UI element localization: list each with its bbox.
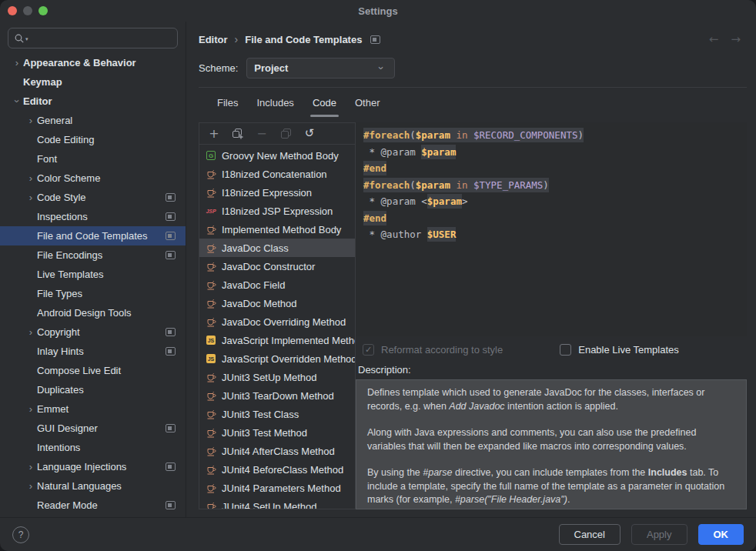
tab-files[interactable]: Files bbox=[208, 88, 247, 118]
description-paragraph: Along with Java expressions and comments… bbox=[367, 426, 735, 453]
live-templates-checkbox-icon[interactable] bbox=[560, 344, 571, 356]
sidebar-item-copyright[interactable]: ›Copyright bbox=[0, 322, 186, 342]
template-item-junit3-test-class[interactable]: JUnit3 Test Class bbox=[199, 405, 355, 423]
template-item-javadoc-field[interactable]: JavaDoc Field bbox=[199, 276, 355, 294]
remove-icon[interactable]: − bbox=[256, 128, 268, 140]
chevron-down-icon[interactable]: › bbox=[12, 95, 22, 108]
back-arrow-icon[interactable]: ← bbox=[709, 32, 719, 46]
description-paragraph: By using the #parse directive, you can i… bbox=[367, 466, 735, 507]
template-item-javadoc-class[interactable]: JavaDoc Class bbox=[199, 239, 355, 257]
sidebar-item-file-and-code-templates[interactable]: File and Code Templates bbox=[0, 226, 186, 245]
template-item-junit4-beforeclass-method[interactable]: JUnit4 BeforeClass Method bbox=[199, 460, 355, 479]
template-item-i18nized-expression[interactable]: I18nized Expression bbox=[199, 183, 355, 202]
screen-badge-icon bbox=[166, 463, 176, 471]
sidebar-item-general[interactable]: ›General bbox=[0, 111, 186, 130]
template-item-junit3-teardown-method[interactable]: JUnit3 TearDown Method bbox=[199, 386, 355, 405]
chevron-right-icon[interactable]: › bbox=[25, 481, 37, 491]
reset-icon[interactable]: ↺ bbox=[303, 128, 316, 140]
sidebar-item-file-encodings[interactable]: File Encodings bbox=[0, 245, 186, 265]
sidebar-item-intentions[interactable]: Intentions bbox=[0, 438, 186, 457]
sidebar-item-editor[interactable]: ›Editor bbox=[0, 92, 186, 111]
breadcrumb-editor[interactable]: Editor bbox=[199, 34, 228, 45]
template-item-javadoc-overriding-method[interactable]: JavaDoc Overriding Method bbox=[199, 312, 355, 331]
chevron-right-icon[interactable]: › bbox=[25, 327, 37, 337]
minimize-window-icon[interactable] bbox=[23, 6, 32, 15]
java-class-icon bbox=[205, 299, 217, 309]
sidebar-item-inspections[interactable]: Inspections bbox=[0, 207, 186, 226]
sidebar-item-android-design-tools[interactable]: Android Design Tools bbox=[0, 303, 186, 322]
sidebar-item-label: Compose Live Edit bbox=[37, 365, 176, 376]
chevron-right-icon[interactable]: › bbox=[25, 404, 37, 414]
help-button[interactable]: ? bbox=[12, 526, 29, 543]
code-line: #end bbox=[363, 160, 739, 177]
template-item-implemented-method-body[interactable]: Implemented Method Body bbox=[199, 220, 355, 239]
template-item-label: JavaDoc Overriding Method bbox=[222, 316, 346, 328]
chevron-right-icon[interactable]: › bbox=[25, 173, 37, 183]
java-class-icon bbox=[205, 188, 217, 198]
chevron-right-icon[interactable]: › bbox=[25, 115, 37, 125]
sidebar-item-gui-designer[interactable]: GUI Designer bbox=[0, 419, 186, 438]
reformat-option[interactable]: ✓ Reformat according to style bbox=[363, 344, 503, 356]
template-item-junit4-setup-method[interactable]: JUnit4 SetUp Method bbox=[199, 497, 355, 509]
cancel-button[interactable]: Cancel bbox=[559, 524, 621, 545]
sidebar-item-reader-mode[interactable]: Reader Mode bbox=[0, 496, 186, 515]
zoom-window-icon[interactable] bbox=[38, 6, 48, 15]
code-line: * @author $USER bbox=[363, 226, 739, 243]
template-item-javascript-implemented-method-body[interactable]: JSJavaScript Implemented Method Body bbox=[199, 331, 355, 349]
scheme-select[interactable]: Project › bbox=[246, 58, 395, 78]
sidebar-item-duplicates[interactable]: Duplicates bbox=[0, 380, 186, 399]
template-item-label: JavaScript Implemented Method Body bbox=[222, 335, 355, 346]
sidebar-item-file-types[interactable]: File Types bbox=[0, 284, 186, 303]
chevron-right-icon[interactable]: › bbox=[25, 192, 37, 202]
forward-arrow-icon[interactable]: → bbox=[731, 32, 741, 46]
template-item-groovy-new-method-body[interactable]: GGroovy New Method Body bbox=[199, 146, 355, 165]
reformat-checkbox-icon[interactable]: ✓ bbox=[363, 344, 374, 356]
close-window-icon[interactable] bbox=[8, 6, 17, 15]
template-item-javascript-overridden-method-body[interactable]: JSJavaScript Overridden Method Body bbox=[199, 349, 355, 368]
chevron-right-icon[interactable]: › bbox=[11, 58, 23, 68]
chevron-right-icon[interactable]: › bbox=[25, 462, 37, 472]
tab-code[interactable]: Code bbox=[303, 88, 346, 118]
template-item-junit3-setup-method[interactable]: JUnit3 SetUp Method bbox=[199, 368, 355, 386]
sidebar-item-label: File Types bbox=[37, 288, 176, 299]
tab-includes[interactable]: Includes bbox=[247, 88, 303, 118]
template-item-junit3-test-method[interactable]: JUnit3 Test Method bbox=[199, 423, 355, 442]
search-options-caret-icon[interactable]: ▾ bbox=[25, 36, 28, 42]
sidebar-item-appearance-behavior[interactable]: ›Appearance & Behavior bbox=[0, 53, 186, 72]
sidebar-item-natural-languages[interactable]: ›Natural Languages bbox=[0, 476, 186, 496]
tab-other[interactable]: Other bbox=[346, 88, 390, 118]
sidebar-item-language-injections[interactable]: ›Language Injections bbox=[0, 457, 186, 476]
template-item-label: JUnit3 Test Class bbox=[222, 409, 299, 420]
sidebar-item-font[interactable]: Font bbox=[0, 149, 186, 169]
live-templates-option[interactable]: Enable Live Templates bbox=[560, 344, 679, 356]
sidebar-item-label: Appearance & Behavior bbox=[23, 57, 176, 68]
template-code-editor[interactable]: #foreach($param in $RECORD_COMPONENTS) *… bbox=[356, 122, 747, 336]
add-icon[interactable]: + bbox=[208, 128, 220, 140]
sidebar-item-emmet[interactable]: ›Emmet bbox=[0, 399, 186, 419]
duplicate-icon[interactable] bbox=[232, 128, 244, 140]
template-item-javadoc-constructor[interactable]: JavaDoc Constructor bbox=[199, 257, 355, 276]
sidebar-item-code-style[interactable]: ›Code Style bbox=[0, 188, 186, 207]
copy-icon[interactable] bbox=[279, 128, 292, 140]
sidebar-item-inlay-hints[interactable]: Inlay Hints bbox=[0, 342, 186, 361]
footer-bar: ? Cancel Apply OK bbox=[0, 517, 756, 551]
template-item-junit4-parameters-method[interactable]: JUnit4 Parameters Method bbox=[199, 479, 355, 497]
sidebar-item-compose-live-edit[interactable]: Compose Live Edit bbox=[0, 361, 186, 380]
sidebar-item-label: Language Injections bbox=[37, 461, 159, 473]
scheme-value: Project bbox=[254, 62, 375, 74]
template-item-i18nized-jsp-expression[interactable]: JSPI18nized JSP Expression bbox=[199, 202, 355, 220]
template-item-javadoc-method[interactable]: JavaDoc Method bbox=[199, 294, 355, 312]
search-input[interactable] bbox=[29, 32, 172, 45]
screen-badge-icon bbox=[166, 232, 176, 240]
sidebar-item-code-editing[interactable]: Code Editing bbox=[0, 130, 186, 149]
apply-button[interactable]: Apply bbox=[631, 524, 687, 545]
sidebar-item-color-scheme[interactable]: ›Color Scheme bbox=[0, 169, 186, 188]
ok-button[interactable]: OK bbox=[698, 524, 744, 545]
sidebar-item-keymap[interactable]: Keymap bbox=[0, 72, 186, 92]
template-item-i18nized-concatenation[interactable]: I18nized Concatenation bbox=[199, 165, 355, 183]
code-line: * @param <$param> bbox=[363, 193, 739, 210]
search-field[interactable]: ▾ bbox=[8, 28, 178, 48]
sidebar-item-live-templates[interactable]: Live Templates bbox=[0, 265, 186, 284]
options-row: ✓ Reformat according to style Enable Liv… bbox=[356, 336, 747, 362]
template-item-junit4-afterclass-method[interactable]: JUnit4 AfterClass Method bbox=[199, 442, 355, 460]
